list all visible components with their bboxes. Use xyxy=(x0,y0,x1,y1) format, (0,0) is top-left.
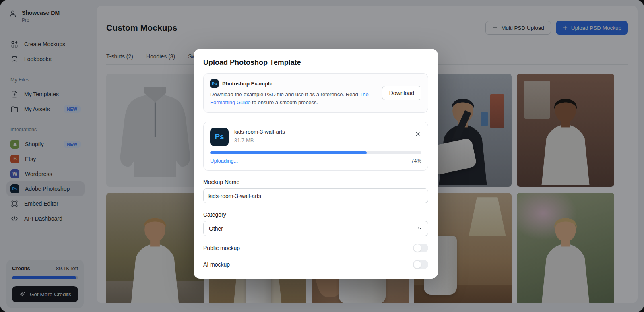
public-mockup-label: Public mockup xyxy=(203,245,240,251)
mockup-name-input[interactable] xyxy=(203,188,428,203)
upload-progress-fill xyxy=(210,151,367,154)
upload-filename: kids-room-3-wall-arts xyxy=(234,129,414,135)
photoshop-file-icon: Ps xyxy=(210,128,229,146)
example-description: Download the example PSD file and use it… xyxy=(210,91,376,107)
modal-title: Upload Photoshop Template xyxy=(203,58,428,67)
ai-mockup-toggle[interactable] xyxy=(413,260,428,269)
app-window: Showcase DM Pro Create Mockups Lookbooks… xyxy=(0,0,644,312)
mockup-name-label: Mockup Name xyxy=(203,179,428,185)
download-button[interactable]: Download xyxy=(382,86,421,100)
photoshop-example-card: Ps Photoshop Example Download the exampl… xyxy=(203,73,428,113)
upload-percent: 74% xyxy=(411,158,421,164)
category-label: Category xyxy=(203,211,428,218)
category-select[interactable]: Other xyxy=(203,221,428,236)
example-desc-text: Download the example PSD file and use it… xyxy=(210,91,358,97)
ai-mockup-row: AI mockup xyxy=(203,260,428,269)
example-desc-text: to ensure a smooth process. xyxy=(250,99,318,105)
photoshop-icon: Ps xyxy=(210,79,219,88)
upload-progress-track xyxy=(210,151,421,154)
upload-file-card: Ps kids-room-3-wall-arts 31.7 MB Uploadi… xyxy=(203,122,428,171)
chevron-down-icon xyxy=(417,225,423,231)
public-mockup-row: Public mockup xyxy=(203,244,428,252)
upload-status: Uploading... xyxy=(210,158,238,164)
close-icon[interactable] xyxy=(414,130,421,138)
upload-photoshop-template-modal: Upload Photoshop Template Ps Photoshop E… xyxy=(194,49,438,279)
upload-filesize: 31.7 MB xyxy=(234,137,414,143)
category-value: Other xyxy=(209,225,223,232)
example-title: Photoshop Example xyxy=(222,81,272,87)
ai-mockup-label: AI mockup xyxy=(203,261,230,268)
public-mockup-toggle[interactable] xyxy=(413,244,428,252)
